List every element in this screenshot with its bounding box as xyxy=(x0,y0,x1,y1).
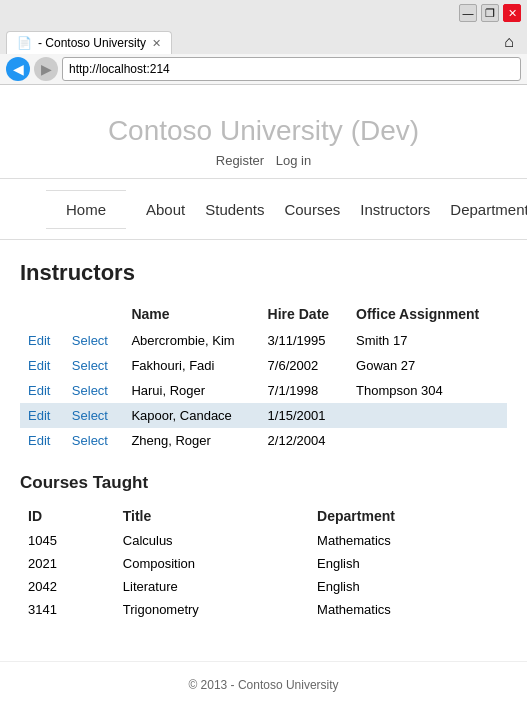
select-link[interactable]: Select xyxy=(72,433,108,448)
name-cell: Fakhouri, Fadi xyxy=(123,353,259,378)
courses-row: 2042 Literature English xyxy=(20,575,507,598)
courses-table: ID Title Department 1045 Calculus Mathem… xyxy=(20,503,507,621)
hiredate-cell: 7/1/1998 xyxy=(260,378,348,403)
page-footer: © 2013 - Contoso University xyxy=(0,661,527,708)
office-cell: Smith 17 xyxy=(348,328,507,353)
course-dept-cell: Mathematics xyxy=(309,529,507,552)
browser-tab[interactable]: 📄 - Contoso University ✕ xyxy=(6,31,172,54)
page-heading: Instructors xyxy=(20,260,507,286)
name-cell: Abercrombie, Kim xyxy=(123,328,259,353)
office-cell xyxy=(348,428,507,453)
table-header-row: Name Hire Date Office Assignment xyxy=(20,300,507,328)
hiredate-cell: 3/11/1995 xyxy=(260,328,348,353)
course-title-cell: Composition xyxy=(115,552,309,575)
nav-departments[interactable]: Departments xyxy=(450,201,527,218)
url-input[interactable]: http://localhost:214 xyxy=(62,57,521,81)
edit-cell: Edit xyxy=(20,353,64,378)
auth-links: Register Log in xyxy=(20,153,507,168)
tab-title: - Contoso University xyxy=(38,36,146,50)
select-link[interactable]: Select xyxy=(72,333,108,348)
courses-row: 3141 Trigonometry Mathematics xyxy=(20,598,507,621)
hiredate-cell: 1/15/2001 xyxy=(260,403,348,428)
browser-chrome: — ❐ ✕ 📄 - Contoso University ✕ ⌂ ◀ ▶ htt… xyxy=(0,0,527,85)
office-cell xyxy=(348,403,507,428)
table-row: Edit Select Fakhouri, Fadi 7/6/2002 Gowa… xyxy=(20,353,507,378)
courses-header-row: ID Title Department xyxy=(20,503,507,529)
select-cell: Select xyxy=(64,403,124,428)
minimize-button[interactable]: — xyxy=(459,4,477,22)
course-id-cell: 3141 xyxy=(20,598,115,621)
url-text: http://localhost:214 xyxy=(69,62,170,76)
course-title-cell: Calculus xyxy=(115,529,309,552)
edit-link[interactable]: Edit xyxy=(28,408,50,423)
instructors-table: Name Hire Date Office Assignment Edit Se… xyxy=(20,300,507,453)
course-title-cell: Literature xyxy=(115,575,309,598)
edit-link[interactable]: Edit xyxy=(28,383,50,398)
course-dept-cell: English xyxy=(309,552,507,575)
edit-cell: Edit xyxy=(20,328,64,353)
courses-taught-heading: Courses Taught xyxy=(20,473,507,493)
col-name-header: Name xyxy=(123,300,259,328)
course-id-cell: 1045 xyxy=(20,529,115,552)
edit-cell: Edit xyxy=(20,428,64,453)
col-id-header: ID xyxy=(20,503,115,529)
select-link[interactable]: Select xyxy=(72,408,108,423)
site-header: Contoso University (Dev) Register Log in xyxy=(0,85,527,178)
nav-menu: Home About Students Courses Instructors … xyxy=(0,178,527,240)
col-edit-header xyxy=(20,300,64,328)
login-link[interactable]: Log in xyxy=(276,153,311,168)
nav-instructors[interactable]: Instructors xyxy=(360,201,430,218)
forward-button[interactable]: ▶ xyxy=(34,57,58,81)
close-button[interactable]: ✕ xyxy=(503,4,521,22)
title-bar: — ❐ ✕ xyxy=(0,0,527,26)
courses-row: 2021 Composition English xyxy=(20,552,507,575)
nav-about[interactable]: About xyxy=(146,201,185,218)
office-cell: Gowan 27 xyxy=(348,353,507,378)
address-bar: ◀ ▶ http://localhost:214 xyxy=(0,54,527,84)
nav-students[interactable]: Students xyxy=(205,201,264,218)
hiredate-cell: 2/12/2004 xyxy=(260,428,348,453)
edit-cell: Edit xyxy=(20,403,64,428)
course-dept-cell: English xyxy=(309,575,507,598)
tab-icon: 📄 xyxy=(17,36,32,50)
course-id-cell: 2021 xyxy=(20,552,115,575)
nav-home[interactable]: Home xyxy=(46,190,126,229)
select-link[interactable]: Select xyxy=(72,358,108,373)
name-cell: Zheng, Roger xyxy=(123,428,259,453)
table-row: Edit Select Harui, Roger 7/1/1998 Thomps… xyxy=(20,378,507,403)
course-title-cell: Trigonometry xyxy=(115,598,309,621)
tab-bar: 📄 - Contoso University ✕ ⌂ xyxy=(0,26,527,54)
select-cell: Select xyxy=(64,428,124,453)
home-button[interactable]: ⌂ xyxy=(497,30,521,54)
register-link[interactable]: Register xyxy=(216,153,264,168)
col-title-header: Title xyxy=(115,503,309,529)
tab-close-icon[interactable]: ✕ xyxy=(152,37,161,50)
edit-link[interactable]: Edit xyxy=(28,433,50,448)
back-button[interactable]: ◀ xyxy=(6,57,30,81)
name-cell: Kapoor, Candace xyxy=(123,403,259,428)
col-select-header xyxy=(64,300,124,328)
col-dept-header: Department xyxy=(309,503,507,529)
courses-row: 1045 Calculus Mathematics xyxy=(20,529,507,552)
nav-courses[interactable]: Courses xyxy=(284,201,340,218)
select-cell: Select xyxy=(64,328,124,353)
site-title: Contoso University (Dev) xyxy=(20,115,507,147)
edit-cell: Edit xyxy=(20,378,64,403)
select-cell: Select xyxy=(64,353,124,378)
course-id-cell: 2042 xyxy=(20,575,115,598)
col-hiredate-header: Hire Date xyxy=(260,300,348,328)
course-dept-cell: Mathematics xyxy=(309,598,507,621)
page-content: Contoso University (Dev) Register Log in… xyxy=(0,85,527,713)
select-link[interactable]: Select xyxy=(72,383,108,398)
table-row: Edit Select Abercrombie, Kim 3/11/1995 S… xyxy=(20,328,507,353)
edit-link[interactable]: Edit xyxy=(28,358,50,373)
name-cell: Harui, Roger xyxy=(123,378,259,403)
hiredate-cell: 7/6/2002 xyxy=(260,353,348,378)
restore-button[interactable]: ❐ xyxy=(481,4,499,22)
edit-link[interactable]: Edit xyxy=(28,333,50,348)
select-cell: Select xyxy=(64,378,124,403)
footer-text: © 2013 - Contoso University xyxy=(188,678,338,692)
office-cell: Thompson 304 xyxy=(348,378,507,403)
col-office-header: Office Assignment xyxy=(348,300,507,328)
table-row: Edit Select Zheng, Roger 2/12/2004 xyxy=(20,428,507,453)
